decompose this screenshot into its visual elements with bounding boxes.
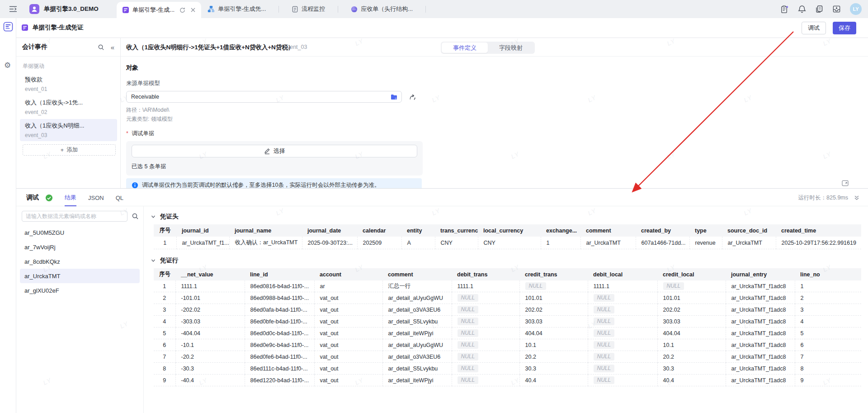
source-model-input[interactable] <box>126 91 402 103</box>
table-cell: vat_out <box>314 292 382 304</box>
add-event-button[interactable]: + 添加 <box>23 144 116 156</box>
table-cell: ar_detail_o3VA3EU6 <box>382 351 452 363</box>
table-cell: 202.02 <box>519 304 588 316</box>
voucher-module-icon[interactable] <box>3 22 13 32</box>
dataflow-item[interactable]: ar_glXU02eF <box>20 283 140 298</box>
tab-result[interactable]: 结果 <box>65 190 76 206</box>
section-object-title: 对象 <box>126 64 868 72</box>
source-model-value[interactable] <box>127 94 391 100</box>
table-row: 4-303.0386ed0bfe-b4ad-11f0-...vat_outar_… <box>154 316 861 328</box>
select-documents-button[interactable]: 选择 <box>132 145 417 157</box>
table-cell: revenue <box>689 237 722 249</box>
dataflow-item[interactable]: ar_UrckaTMT <box>20 269 140 283</box>
search-submit-icon[interactable] <box>132 213 139 220</box>
debug-button[interactable]: 调试 <box>802 22 826 34</box>
table-cell: 40.4 <box>657 375 726 386</box>
collapse-menu-icon[interactable] <box>9 5 17 13</box>
table-cell: 30.3 <box>657 363 726 375</box>
voucher-lines-table: 序号__net_valueline_idaccountcommentdebit_… <box>154 268 861 386</box>
table-cell: 303.03 <box>657 316 726 328</box>
null-value: NULL <box>594 376 615 384</box>
topbar-tab[interactable]: 应收单（头行结构... <box>344 0 419 18</box>
table-cell: 2025-10-29T17:56:22.991619 <box>776 237 861 249</box>
sidebar-event-item[interactable]: 预收款event_01 <box>20 73 117 95</box>
dataflow-item[interactable]: ar_5U0M5ZGU <box>20 225 140 240</box>
event-title: 收入（1应收头N明细行->1凭证头+1借应收+N贷收入+N贷税） <box>126 43 294 52</box>
tab-divider <box>338 6 338 13</box>
table-cell: 3 <box>154 304 175 316</box>
plus-icon: + <box>61 147 64 153</box>
table-row: 11111.186ed0816-b4ad-11f0-...ar汇总一行1111.… <box>154 280 861 292</box>
voucher-lines-section[interactable]: 凭证行 <box>151 256 861 265</box>
doc-outline-icon <box>292 6 298 13</box>
table-cell: 1 <box>154 280 175 292</box>
save-button[interactable]: 保存 <box>833 22 856 34</box>
notifications-bell-icon[interactable] <box>798 5 806 14</box>
expand-icon[interactable] <box>842 180 849 186</box>
topbar-tab[interactable]: 单据引擎-生成凭... <box>201 0 272 18</box>
chevron-down-icon <box>151 214 156 219</box>
folder-icon[interactable] <box>391 94 397 100</box>
tab-label: 应收单（头行结构... <box>361 5 413 13</box>
table-cell: 101.01 <box>519 292 588 304</box>
tab-event-definition[interactable]: 事件定义 <box>442 43 488 53</box>
table-cell: ar_UrckaTMT_f1adc8 <box>726 328 795 339</box>
app-switcher[interactable]: 单据引擎3.0_DEMO <box>29 4 99 14</box>
table-cell: NULL <box>588 292 657 304</box>
topbar-tab[interactable]: 流程监控 <box>285 0 331 18</box>
user-avatar[interactable]: LY <box>850 3 862 15</box>
voucher-header-section[interactable]: 凭证头 <box>151 213 861 221</box>
close-tab-icon[interactable] <box>190 7 196 13</box>
table-cell: 303.03 <box>519 316 588 328</box>
left-icon-rail: ⚙ <box>0 18 16 413</box>
runtime-duration: 运行时长：825.9ms <box>798 194 848 202</box>
table-row: 5-404.0486ed0d0c-b4ad-11f0-...vat_outar_… <box>154 328 861 339</box>
topbar-tab[interactable]: 单据引擎-生成... <box>117 2 201 18</box>
tab-label: 流程监控 <box>302 5 325 13</box>
tab-ql[interactable]: QL <box>116 190 123 206</box>
table-cell: 7 <box>154 351 175 363</box>
table-cell: ar_UrckaTMT_f1adc8 <box>726 280 795 292</box>
debug-panel: 调试 结果 JSON QL 运行时长：825.9ms ar_5U0M5ZGUar… <box>16 190 868 413</box>
event-name: 收入（1应收头N明细... <box>25 122 112 130</box>
switch-model-icon[interactable] <box>409 93 416 101</box>
collapse-debug-icon[interactable] <box>854 195 860 201</box>
documents-icon[interactable] <box>815 5 823 13</box>
refresh-tab-icon[interactable] <box>179 7 185 13</box>
inbox-download-icon[interactable] <box>832 5 841 13</box>
column-header: comment <box>580 224 636 237</box>
table-cell: vat_out <box>314 316 382 328</box>
table-header-row: 序号journal_idjournal_namejournal_datecale… <box>154 224 861 237</box>
tab-divider <box>425 6 426 13</box>
table-cell: 1 <box>795 280 861 292</box>
collapse-panel-icon[interactable]: « <box>111 44 114 51</box>
dataflow-item[interactable]: ar_7wVoijRj <box>20 240 140 254</box>
tab-json[interactable]: JSON <box>88 190 104 206</box>
chevron-down-icon <box>151 258 156 263</box>
table-cell: 86ed0816-b4ad-11f0-... <box>245 280 314 292</box>
search-icon[interactable] <box>98 44 104 51</box>
dataflow-search-input[interactable] <box>22 211 127 222</box>
sphere-purple-icon <box>351 6 358 13</box>
table-row: 9-40.486ed1220-b4ad-11f0-...vat_outar_de… <box>154 375 861 386</box>
table-cell: 1111.1 <box>175 280 245 292</box>
table-cell: 1 <box>154 237 176 249</box>
column-header: created_time <box>776 224 861 237</box>
table-cell: 20.2 <box>657 351 726 363</box>
column-header: calendar <box>357 224 401 237</box>
column-header: 序号 <box>154 268 175 280</box>
ai-notes-icon[interactable] <box>780 5 789 14</box>
settings-gear-icon[interactable]: ⚙ <box>4 62 11 69</box>
sidebar-event-item[interactable]: 收入（1应收头N明细...event_03 <box>20 119 117 141</box>
column-header: journal_entry <box>726 268 795 280</box>
tab-field-mapping[interactable]: 字段映射 <box>488 43 534 53</box>
table-cell: 8 <box>154 363 175 375</box>
sidebar-event-item[interactable]: 收入（1应收头->1凭...event_02 <box>20 96 117 118</box>
resize-handle-icon[interactable] <box>234 181 239 189</box>
dataflow-item[interactable]: ar_8cdbKQkz <box>20 254 140 269</box>
null-value: NULL <box>594 341 615 349</box>
table-cell: 5 <box>154 328 175 339</box>
panel-divider[interactable] <box>16 188 868 190</box>
column-header: 序号 <box>154 224 176 237</box>
table-cell: 202.02 <box>657 304 726 316</box>
